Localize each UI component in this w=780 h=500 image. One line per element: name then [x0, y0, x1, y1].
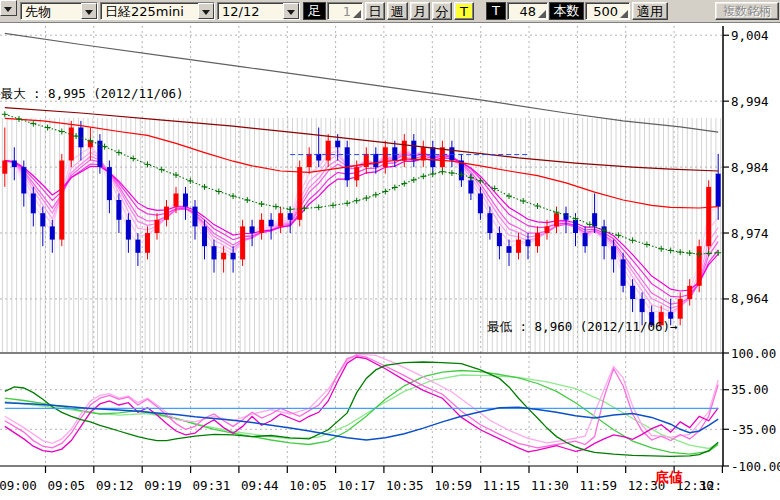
chevron-down-icon — [85, 10, 93, 19]
svg-text:11:59: 11:59 — [579, 478, 617, 493]
svg-text:8,974: 8,974 — [731, 226, 769, 241]
svg-text:←最大 : 8,995 (2012/11/06): ←最大 : 8,995 (2012/11/06) — [0, 86, 184, 101]
bar-interval-value: 1 — [343, 4, 351, 19]
market-select-value: 先物 — [25, 4, 51, 19]
svg-text:10:35: 10:35 — [386, 478, 424, 493]
svg-text:09:00: 09:00 — [0, 478, 37, 493]
symbol-select-arrow-icon[interactable] — [198, 3, 214, 19]
svg-text:09:44: 09:44 — [241, 478, 279, 493]
svg-text:9,004: 9,004 — [731, 28, 769, 43]
contract-month-arrow-icon[interactable] — [283, 3, 299, 19]
contract-month-value: 12/12 — [222, 4, 259, 19]
period-day-button[interactable]: 日 — [365, 2, 385, 20]
market-select-arrow-icon[interactable] — [81, 3, 97, 19]
svg-text:10:05: 10:05 — [289, 478, 327, 493]
svg-text:35.00: 35.00 — [731, 382, 769, 397]
chevron-down-icon — [4, 7, 12, 16]
hidden-dropdown-arrow-icon[interactable] — [0, 0, 17, 16]
multi-symbol-button: 複数銘柄 — [715, 2, 779, 20]
t-param-value: 48 — [519, 4, 536, 19]
toolbar: 先物 日経225mini 12/12 足 1 日 週 月 分 T T 48 本数… — [0, 0, 780, 23]
svg-text:-35.00: -35.00 — [731, 422, 776, 437]
spinner-handle-icon[interactable] — [353, 10, 361, 18]
chevron-down-icon — [202, 10, 210, 19]
bar-interval-spinner[interactable]: 1 — [327, 2, 363, 20]
svg-text:12:: 12: — [699, 478, 722, 493]
price-chart-canvas[interactable]: 9,0048,9948,9848,9748,964100.0035.00-35.… — [0, 23, 780, 500]
svg-text:8,984: 8,984 — [731, 160, 769, 175]
svg-text:底値: 底値 — [654, 469, 683, 485]
chart-application-window: 先物 日経225mini 12/12 足 1 日 週 月 分 T T 48 本数… — [0, 0, 780, 500]
chevron-down-icon — [287, 10, 295, 19]
symbol-select-value: 日経225mini — [105, 4, 184, 19]
period-week-button[interactable]: 週 — [387, 2, 408, 20]
svg-text:09:31: 09:31 — [193, 478, 231, 493]
bar-count-label: 本数 — [549, 2, 584, 20]
period-minute-button[interactable]: 分 — [432, 2, 452, 20]
svg-text:-100.00: -100.00 — [731, 459, 780, 474]
market-select[interactable]: 先物 — [20, 2, 98, 20]
spinner-handle-icon[interactable] — [538, 10, 546, 18]
svg-text:8,994: 8,994 — [731, 94, 769, 109]
t-param-spinner[interactable]: 48 — [507, 2, 548, 20]
svg-text:最低 : 8,960 (2012/11/06)→: 最低 : 8,960 (2012/11/06)→ — [487, 319, 678, 334]
svg-text:100.00: 100.00 — [731, 346, 776, 361]
svg-text:11:30: 11:30 — [531, 478, 569, 493]
bar-count-value: 500 — [593, 4, 618, 19]
bar-type-label: 足 — [303, 2, 326, 20]
contract-month-select[interactable]: 12/12 — [217, 2, 300, 20]
t-param-label: T — [486, 2, 506, 20]
tick-chart-button[interactable]: T — [454, 2, 474, 20]
svg-text:10:17: 10:17 — [338, 478, 376, 493]
bar-count-spinner[interactable]: 500 — [585, 2, 630, 20]
period-month-button[interactable]: 月 — [410, 2, 430, 20]
apply-button[interactable]: 適用 — [632, 2, 668, 20]
svg-text:8,964: 8,964 — [731, 291, 769, 306]
svg-text:10:59: 10:59 — [434, 478, 472, 493]
spinner-handle-icon[interactable] — [620, 10, 628, 18]
svg-text:09:12: 09:12 — [96, 478, 134, 493]
svg-text:09:05: 09:05 — [47, 478, 85, 493]
svg-text:11:15: 11:15 — [483, 478, 521, 493]
symbol-select[interactable]: 日経225mini — [100, 2, 215, 20]
svg-text:09:19: 09:19 — [144, 478, 182, 493]
